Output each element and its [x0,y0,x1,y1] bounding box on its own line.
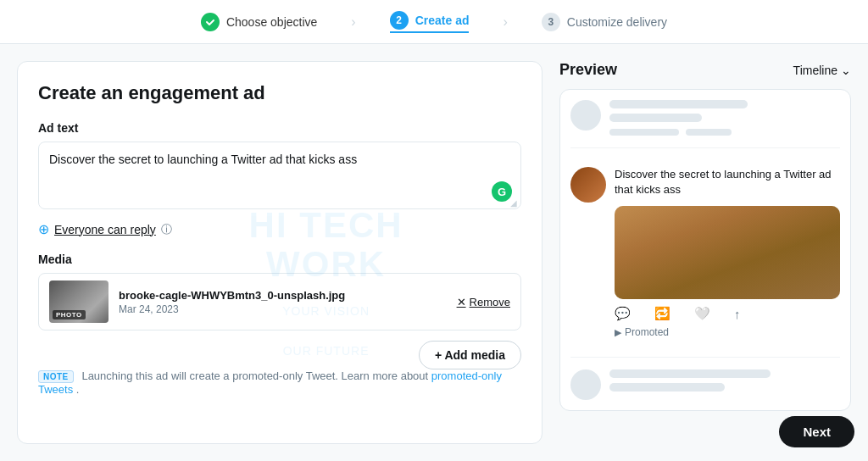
add-media-button[interactable]: + Add media [419,341,521,369]
note-text: Launching this ad will create a promoted… [81,369,428,382]
promoted-label: Promoted [625,326,669,338]
skeleton-row-2 [609,114,702,122]
preview-header: Preview Timeline ⌄ [559,61,851,79]
remove-x-icon: ✕ [457,296,466,308]
skeleton-avatar-top [570,100,601,131]
skeleton-row-b2 [609,383,725,392]
media-item: PHOTO brooke-cagle-WHWYBmtn3_0-unsplash.… [38,273,521,330]
panel-title: Create an engagement ad [38,82,521,104]
photo-badge: PHOTO [53,310,86,319]
ad-text-input[interactable] [49,153,510,195]
media-filename: brooke-cagle-WHWYBmtn3_0-unsplash.jpg [119,289,447,302]
skeleton-row-group [609,129,840,136]
ad-text-container: G ◢ [38,142,521,209]
skeleton-avatar-bottom [570,369,601,400]
remove-button[interactable]: ✕ Remove [457,296,510,308]
skeleton-row-4 [686,129,732,136]
preview-title: Preview [559,61,617,79]
step-choose-objective[interactable]: Choose objective [201,13,317,31]
share-icon[interactable]: ↑ [734,307,741,321]
note-badge: NOTE [38,370,74,383]
reply-icon: ⊕ [38,221,49,237]
tweet-body: Discover the secret to launching a Twitt… [615,167,840,338]
main-content: HI TECHWORKYOUR VISIONOUR FUTURE Create … [0,44,868,461]
note-period: . [76,383,80,396]
media-section: Media PHOTO brooke-cagle-WHWYBmtn3_0-uns… [38,253,521,330]
step-divider-1: › [351,14,355,30]
promoted-icon: ▶ [615,327,621,338]
step-customize-delivery[interactable]: 3 Customize delivery [542,13,667,31]
timeline-selector[interactable]: Timeline ⌄ [793,64,851,77]
skeleton-row-3 [609,129,679,136]
media-label: Media [38,253,521,266]
left-panel: HI TECHWORKYOUR VISIONOUR FUTURE Create … [17,61,542,444]
chevron-down-icon: ⌄ [841,64,851,77]
tweet-image-overlay [615,206,840,299]
tweet-text: Discover the secret to launching a Twitt… [615,167,840,197]
skeleton-lines-bottom [609,369,840,397]
step-choose-objective-label: Choose objective [226,15,317,29]
skeleton-row-1 [609,100,748,108]
preview-card: Discover the secret to launching a Twitt… [559,89,851,411]
top-skeleton [570,100,840,148]
next-button[interactable]: Next [779,416,854,447]
add-media-label: + Add media [435,348,505,362]
timeline-label: Timeline [793,64,837,77]
skeleton-row-b1 [609,369,771,378]
comment-icon[interactable]: 💬 [615,306,631,321]
right-panel: Preview Timeline ⌄ [559,61,851,444]
ad-text-label: Ad text [38,121,521,135]
grammarly-icon: G [492,181,512,202]
reply-row: ⊕ Everyone can reply ⓘ [38,221,521,237]
media-thumbnail: PHOTO [49,280,108,323]
step-create-ad[interactable]: 2 Create ad [390,11,470,33]
tweet-avatar [570,167,606,203]
everyone-can-reply-link[interactable]: Everyone can reply [54,223,156,236]
info-icon[interactable]: ⓘ [161,222,172,237]
retweet-icon[interactable]: 🔁 [654,306,670,321]
step-create-ad-label: Create ad [415,14,470,27]
step-create-ad-circle: 2 [390,11,409,30]
stepper: Choose objective › 2 Create ad › 3 Custo… [0,0,868,44]
step-customize-delivery-circle: 3 [542,13,560,31]
promoted-row: ▶ Promoted [615,326,840,338]
remove-label: Remove [470,296,510,308]
tweet-image [615,206,840,299]
skeleton-lines-top [609,100,840,136]
step-check-icon [201,13,220,31]
tweet-actions: 💬 🔁 🤍 ↑ [615,306,840,321]
tweet-preview: Discover the secret to launching a Twitt… [570,160,840,345]
media-date: Mar 24, 2023 [119,303,447,315]
bottom-skeleton [570,357,840,400]
media-info: brooke-cagle-WHWYBmtn3_0-unsplash.jpg Ma… [119,289,447,315]
like-icon[interactable]: 🤍 [694,306,710,321]
resize-handle[interactable]: ◢ [510,198,519,207]
step-customize-delivery-label: Customize delivery [567,15,667,29]
step-divider-2: › [503,14,507,30]
note-row: NOTE Launching this ad will create a pro… [38,369,521,396]
